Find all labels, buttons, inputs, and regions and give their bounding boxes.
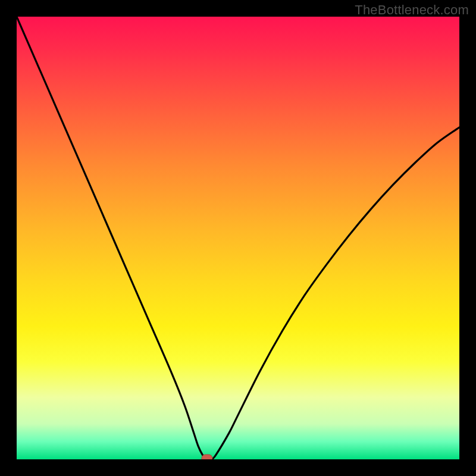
curve-svg	[17, 17, 459, 459]
chart-frame: TheBottleneck.com	[0, 0, 476, 476]
bottleneck-curve	[17, 17, 459, 459]
plot-area	[17, 17, 459, 459]
optimal-marker	[202, 455, 212, 459]
watermark-text: TheBottleneck.com	[355, 2, 469, 18]
